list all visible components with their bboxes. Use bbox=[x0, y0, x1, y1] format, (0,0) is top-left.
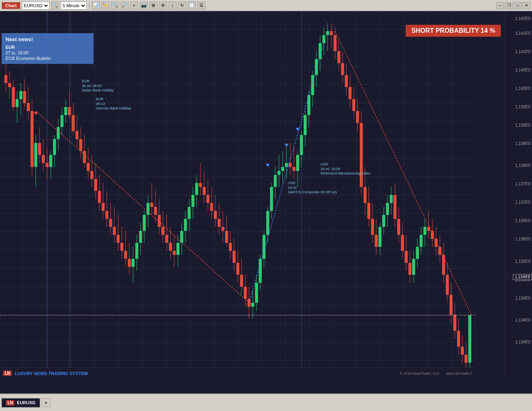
price-label-1355: 1,1355'0 bbox=[515, 259, 530, 263]
price-axis: 1,1420'0 1,1415'0 1,1410'0 1,1405'0 1,14… bbox=[505, 11, 532, 379]
minimize-button[interactable]: ─ bbox=[496, 2, 504, 9]
price-label-1345b: 1,1345'0 bbox=[515, 340, 530, 344]
current-price-label: 1,1349'8 bbox=[513, 274, 532, 280]
separator bbox=[89, 2, 90, 10]
news-annotation-3: USD 26 mi. 16:00 Richmond Manufacturing … bbox=[321, 162, 371, 176]
ln-bar: LN LUXURY NEWS TRADING SYSTEM © 2018 Nin… bbox=[0, 367, 476, 379]
copyright: © 2018 NinjaTrader, LLC bbox=[400, 371, 439, 375]
chart-menu-button[interactable]: Chart bbox=[2, 2, 20, 9]
chart-tab[interactable]: LN EURUSD bbox=[2, 398, 40, 407]
price-label-1415: 1,1415'0 bbox=[515, 31, 530, 36]
price-label-1365: 1,1365'0 bbox=[515, 218, 530, 223]
list-icon[interactable]: ☰ bbox=[197, 2, 205, 10]
pencil-icon[interactable]: ✏️ bbox=[102, 2, 110, 10]
config-icon[interactable]: ⚙ bbox=[159, 2, 167, 10]
news-info-box: Next news! EUR 27 ju. 10:00 ECB Economic… bbox=[2, 33, 94, 64]
system-name: LUXURY NEWS TRADING SYSTEM bbox=[15, 371, 88, 376]
bottom-bar: LN EURUSD + bbox=[0, 393, 532, 411]
website: www.nt8.trade © bbox=[446, 371, 472, 375]
arrow-icon[interactable]: ↕ bbox=[169, 2, 177, 10]
news-annotation-2: EUR 08:13 German Bank Holiday bbox=[96, 97, 131, 111]
zoom-out-icon[interactable]: 🔎 bbox=[121, 2, 129, 10]
info-date: 27 ju. 10:00 bbox=[6, 50, 90, 55]
price-label-1395: 1,1395'0 bbox=[515, 105, 530, 109]
maximize-button[interactable]: □ bbox=[514, 2, 522, 9]
add-tab-button[interactable]: + bbox=[42, 398, 50, 407]
price-label-1400: 1,1400'0 bbox=[515, 86, 530, 91]
window-controls: ─ ❐ □ ✕ bbox=[496, 2, 530, 9]
symbol-selector[interactable]: EURUSD bbox=[22, 2, 50, 10]
price-label-1360: 1,1360'0 bbox=[515, 237, 530, 241]
price-label-1340: 1,1340'0 bbox=[515, 318, 530, 322]
short-probability-badge: SHORT PROBABILITY 14 % bbox=[406, 25, 501, 37]
price-label-1420: 1,1420'0 bbox=[515, 16, 530, 21]
chart-area: SHORT PROBABILITY 14 % Next news! EUR 27… bbox=[0, 11, 532, 396]
price-label-1390: 1,1390'0 bbox=[515, 123, 530, 127]
refresh-icon[interactable]: ↻ bbox=[178, 2, 186, 10]
price-label-1385: 1,1385'0 bbox=[515, 141, 530, 146]
tab-ln-badge: LN bbox=[6, 400, 14, 405]
search-icon[interactable]: 🔍 bbox=[51, 2, 59, 10]
price-label-1345: 1,1345'0 bbox=[515, 296, 530, 300]
timeframe-selector[interactable]: 5 Minute bbox=[61, 2, 87, 10]
news-annotation-1: EUR 26 mi. 08:03 Italian Bank Holiday bbox=[82, 79, 114, 93]
clock-icon[interactable]: 🕐 bbox=[188, 2, 196, 10]
tab-symbol: EURUSD bbox=[17, 400, 35, 405]
zoom-in-icon[interactable]: 🔍 bbox=[111, 2, 119, 10]
split-icon[interactable]: ⊞ bbox=[149, 2, 157, 10]
info-event: ECB Economic Bulletin bbox=[6, 56, 90, 61]
bar-chart-icon[interactable]: 📊 bbox=[92, 2, 100, 10]
price-label-1410: 1,1410'0 bbox=[515, 50, 530, 54]
screenshot-icon[interactable]: 📷 bbox=[140, 2, 148, 10]
price-chart[interactable] bbox=[0, 11, 476, 379]
price-label-1370: 1,1370'0 bbox=[515, 200, 530, 205]
price-label-1375: 1,1375'0 bbox=[515, 182, 530, 186]
restore-button[interactable]: ❐ bbox=[505, 2, 513, 9]
ln-badge: LN bbox=[3, 371, 12, 376]
plus-icon[interactable]: ＋ bbox=[130, 2, 138, 10]
price-label-1405: 1,1405'0 bbox=[515, 68, 530, 72]
info-currency: EUR bbox=[6, 45, 90, 50]
info-title: Next news! bbox=[6, 36, 90, 42]
toolbar: Chart EURUSD 🔍 5 Minute 📊 ✏️ 🔍 🔎 ＋ 📷 ⊞ ⚙… bbox=[0, 0, 532, 11]
close-button[interactable]: ✕ bbox=[522, 2, 530, 9]
price-label-1380: 1,1380'0 bbox=[515, 163, 530, 168]
news-annotation-4: USD 15:00 S&P/CS Composite-20 HPI y/y bbox=[288, 181, 337, 195]
